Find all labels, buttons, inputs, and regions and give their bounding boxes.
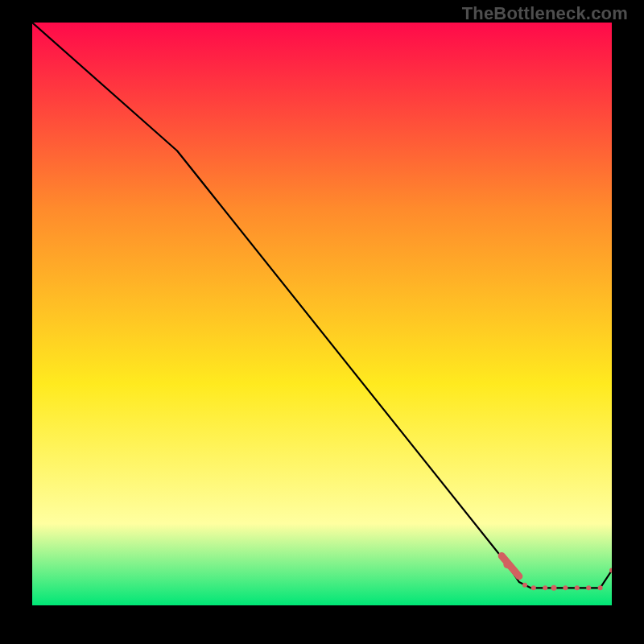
bottleneck-curve — [32, 23, 612, 588]
plot-area — [32, 23, 612, 605]
data-point-marker — [575, 585, 580, 590]
data-point-marker — [522, 583, 527, 588]
chart-frame: TheBottleneck.com — [0, 0, 644, 644]
data-point-marker — [551, 585, 557, 591]
data-point-marker — [531, 585, 536, 590]
watermark-text: TheBottleneck.com — [462, 3, 628, 24]
data-point-marker — [503, 560, 511, 568]
curve-layer — [32, 23, 612, 605]
data-point-marker — [543, 585, 547, 590]
data-point-marker — [598, 585, 603, 590]
marker-group — [502, 556, 612, 591]
data-point-marker — [563, 585, 568, 590]
data-point-marker — [586, 585, 591, 590]
